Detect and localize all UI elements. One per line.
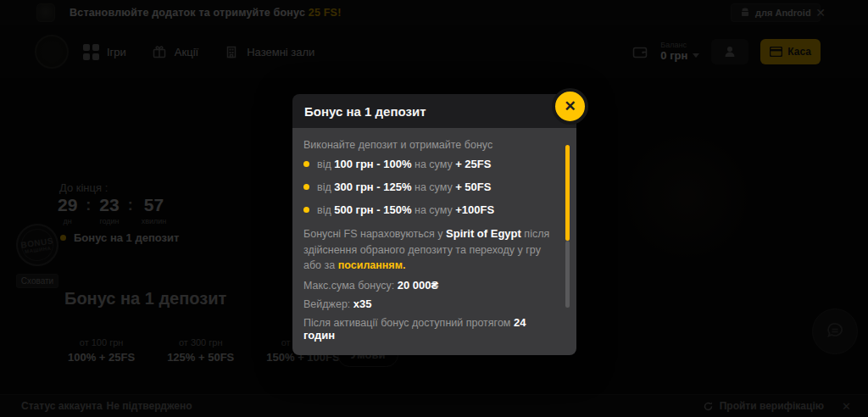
bullet-dot-icon [303,184,309,190]
modal-header: Бонус на 1 депозит [292,94,576,128]
modal-scrollbar [565,145,570,308]
tier-text: від 100 грн - 100% на суму + 25FS [317,158,491,170]
max-bonus-line: Макс.сума бонусу: 20 000₴ [303,279,554,292]
modal-tier-row: від 500 грн - 150% на суму +100FS [303,203,554,216]
bullet-dot-icon [303,207,309,213]
wager-line: Вейджер: x35 [303,297,554,310]
scrollbar-track [565,241,570,308]
bullet-dot-icon [303,161,309,167]
tier-text: від 300 грн - 125% на суму + 50FS [317,181,491,193]
modal-body: Виконайте депозит и отримайте бонус від … [292,128,576,355]
scrollbar-thumb[interactable] [565,145,570,241]
app-window: Встановлюйте додаток та отримуйте бонус … [0,0,868,417]
tier-text: від 500 грн - 150% на суму +100FS [317,203,494,216]
modal-note: Бонусні FS нараховуються у Spirit of Egy… [303,226,554,273]
modal-intro: Виконайте депозит и отримайте бонус [303,139,554,151]
modal-title: Бонус на 1 депозит [304,104,426,119]
modal-tier-row: від 100 грн - 100% на суму + 25FS [303,158,554,170]
modal-close-button[interactable]: ✕ [552,88,588,125]
bonus-modal: Бонус на 1 депозит ✕ Виконайте депозит и… [292,94,576,355]
modal-tier-row: від 300 грн - 125% на суму + 50FS [303,181,554,193]
bonus-link[interactable]: посиланням. [338,259,406,271]
duration-line: Після активації бонус доступний протягом… [303,316,554,342]
game-name: Spirit of Egypt [446,227,521,240]
